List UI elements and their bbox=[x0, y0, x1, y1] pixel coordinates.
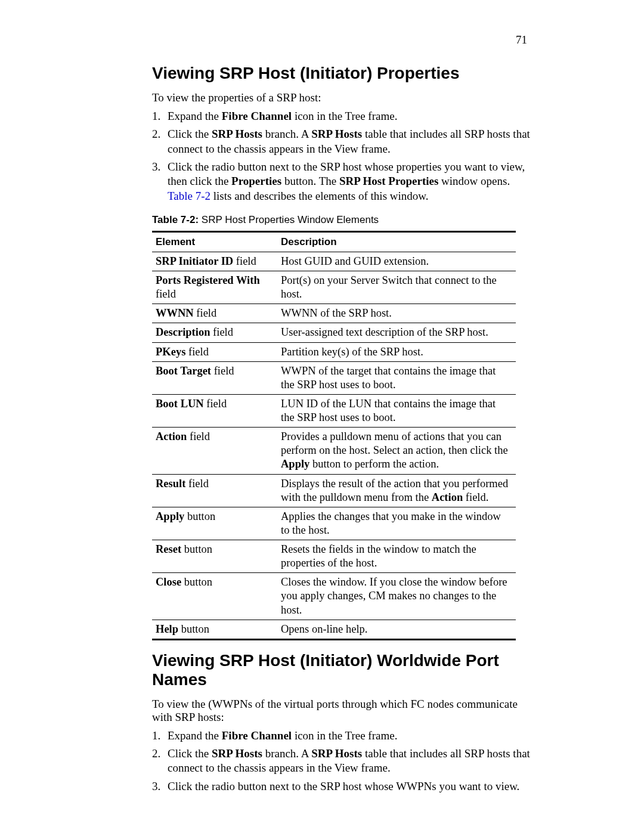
bold-text: Properties bbox=[231, 175, 281, 187]
element-cell: WWNN field bbox=[152, 304, 277, 323]
link-text[interactable]: Table 7-2 bbox=[168, 190, 210, 202]
text: button to perform the action. bbox=[309, 458, 439, 470]
step-item: Click the radio button next to the SRP h… bbox=[152, 160, 531, 203]
bold-text: Boot Target bbox=[156, 365, 211, 377]
element-cell: Help button bbox=[152, 620, 277, 639]
bold-text: Action bbox=[156, 431, 187, 442]
bold-text: SRP Initiator ID bbox=[156, 255, 233, 267]
text: field. bbox=[463, 491, 488, 503]
table-row: Apply buttonApplies the changes that you… bbox=[152, 507, 516, 540]
text: branch. A bbox=[262, 747, 311, 760]
text: icon in the Tree frame. bbox=[292, 110, 397, 122]
text: button bbox=[178, 623, 209, 635]
description-cell: Displays the result of the action that y… bbox=[277, 474, 516, 507]
section2-steps: Expand the Fibre Channel icon in the Tre… bbox=[152, 729, 531, 794]
description-cell: Resets the fields in the window to match… bbox=[277, 540, 516, 573]
table-header-element: Element bbox=[152, 231, 277, 252]
step-item: Click the radio button next to the SRP h… bbox=[152, 779, 531, 794]
description-cell: Opens on-line help. bbox=[277, 620, 516, 639]
text: lists and describes the elements of this… bbox=[210, 190, 429, 202]
description-cell: Port(s) on your Server Switch that conne… bbox=[277, 271, 516, 304]
table-row: Help buttonOpens on-line help. bbox=[152, 620, 516, 639]
table-caption: Table 7-2: SRP Host Properties Window El… bbox=[152, 214, 531, 226]
table-row: Ports Registered With fieldPort(s) on yo… bbox=[152, 271, 516, 304]
description-cell: WWPN of the target that contains the ima… bbox=[277, 361, 516, 394]
bold-text: WWNN bbox=[156, 307, 194, 319]
bold-text: Close bbox=[156, 576, 181, 588]
text: Expand the bbox=[168, 729, 222, 742]
section1-steps: Expand the Fibre Channel icon in the Tre… bbox=[152, 109, 531, 203]
table-row: SRP Initiator ID fieldHost GUID and GUID… bbox=[152, 252, 516, 271]
text: field bbox=[194, 307, 217, 319]
table-row: Boot LUN fieldLUN ID of the LUN that con… bbox=[152, 394, 516, 427]
bold-text: Fibre Channel bbox=[222, 729, 292, 742]
step-item: Click the SRP Hosts branch. A SRP Hosts … bbox=[152, 127, 531, 156]
element-cell: Apply button bbox=[152, 507, 277, 540]
bold-text: Ports Registered With bbox=[156, 274, 260, 286]
text: Click the bbox=[168, 128, 212, 140]
element-cell: Boot Target field bbox=[152, 361, 277, 394]
step-item: Expand the Fibre Channel icon in the Tre… bbox=[152, 729, 531, 743]
properties-table: Element Description SRP Initiator ID fie… bbox=[152, 231, 516, 640]
text: field bbox=[185, 346, 209, 358]
description-cell: LUN ID of the LUN that contains the imag… bbox=[277, 394, 516, 427]
element-cell: Result field bbox=[152, 474, 277, 507]
text: Expand the bbox=[168, 110, 222, 122]
text: Click the bbox=[168, 747, 212, 760]
bold-text: Apply bbox=[156, 510, 184, 522]
description-cell: Partition key(s) of the SRP host. bbox=[277, 342, 516, 361]
bold-text: SRP Hosts bbox=[212, 128, 262, 140]
description-cell: Applies the changes that you make in the… bbox=[277, 507, 516, 540]
table-row: Action fieldProvides a pulldown menu of … bbox=[152, 428, 516, 474]
step-item: Click the SRP Hosts branch. A SRP Hosts … bbox=[152, 747, 531, 776]
text: field bbox=[185, 478, 209, 490]
section1-intro: To view the properties of a SRP host: bbox=[152, 91, 531, 104]
bold-text: SRP Hosts bbox=[311, 128, 362, 140]
table-row: Close buttonCloses the window. If you cl… bbox=[152, 573, 516, 620]
text: branch. A bbox=[262, 128, 311, 140]
table-row: Reset buttonResets the fields in the win… bbox=[152, 540, 516, 573]
description-cell: Provides a pulldown menu of actions that… bbox=[277, 428, 516, 474]
text: field bbox=[211, 365, 234, 377]
bold-text: SRP Hosts bbox=[212, 747, 262, 760]
element-cell: Boot LUN field bbox=[152, 394, 277, 427]
page-number: 71 bbox=[516, 33, 527, 47]
text: field bbox=[156, 288, 176, 300]
caption-text: SRP Host Properties Window Elements bbox=[199, 214, 379, 225]
text: icon in the Tree frame. bbox=[292, 729, 397, 742]
text: Provides a pulldown menu of actions that… bbox=[281, 431, 508, 456]
text: window opens. bbox=[438, 175, 510, 187]
table-row: PKeys fieldPartition key(s) of the SRP h… bbox=[152, 342, 516, 361]
element-cell: Ports Registered With field bbox=[152, 271, 277, 304]
table-row: Result fieldDisplays the result of the a… bbox=[152, 474, 516, 507]
text: Click the radio button next to the SRP h… bbox=[168, 780, 519, 792]
element-cell: Reset button bbox=[152, 540, 277, 573]
text: button bbox=[184, 510, 215, 522]
text: button. The bbox=[281, 175, 339, 187]
bold-text: Apply bbox=[281, 458, 309, 470]
element-cell: Description field bbox=[152, 323, 277, 342]
table-row: Description fieldUser-assigned text desc… bbox=[152, 323, 516, 342]
bold-text: Help bbox=[156, 623, 178, 635]
section-heading-1: Viewing SRP Host (Initiator) Properties bbox=[152, 64, 531, 83]
table-row: WWNN fieldWWNN of the SRP host. bbox=[152, 304, 516, 323]
section-heading-2: Viewing SRP Host (Initiator) Worldwide P… bbox=[152, 651, 531, 689]
description-cell: User-assigned text description of the SR… bbox=[277, 323, 516, 342]
section2-intro: To view the (WWPNs of the virtual ports … bbox=[152, 698, 531, 724]
description-cell: Closes the window. If you close the wind… bbox=[277, 573, 516, 620]
bold-text: Fibre Channel bbox=[222, 110, 292, 122]
element-cell: PKeys field bbox=[152, 342, 277, 361]
bold-text: Action bbox=[432, 491, 463, 503]
text: field bbox=[233, 255, 256, 267]
text: field bbox=[204, 398, 227, 410]
page-content: Viewing SRP Host (Initiator) Properties … bbox=[152, 64, 531, 804]
bold-text: Description bbox=[156, 326, 210, 338]
bold-text: Result bbox=[156, 478, 185, 490]
table-header-description: Description bbox=[277, 231, 516, 252]
table-row: Boot Target fieldWWPN of the target that… bbox=[152, 361, 516, 394]
element-cell: Close button bbox=[152, 573, 277, 620]
bold-text: Boot LUN bbox=[156, 398, 204, 410]
text: field bbox=[210, 326, 233, 338]
element-cell: SRP Initiator ID field bbox=[152, 252, 277, 271]
description-cell: WWNN of the SRP host. bbox=[277, 304, 516, 323]
